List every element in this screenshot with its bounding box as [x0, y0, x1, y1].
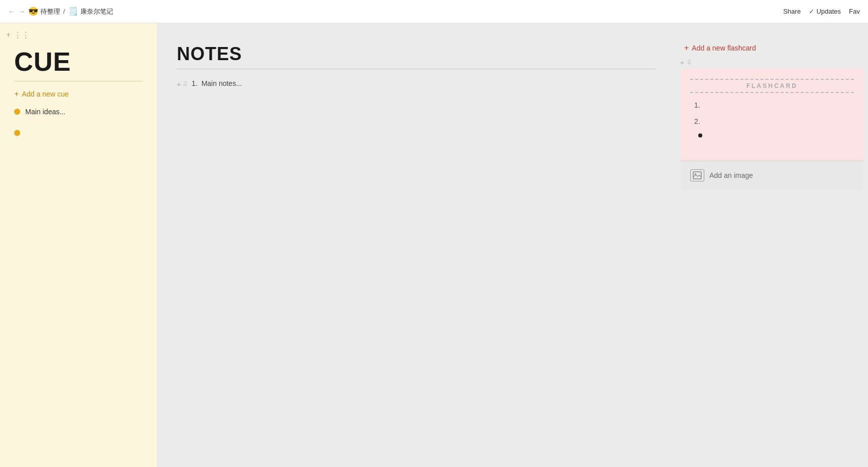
- breadcrumb-2-emoji: 🗒️: [68, 7, 78, 16]
- flashcard-item-1: 1.: [694, 97, 850, 113]
- cue-item-text[interactable]: Main ideas...: [25, 108, 65, 116]
- cue-toolbar: + ⋮⋮: [0, 23, 157, 41]
- cue-drag-icon[interactable]: ⋮⋮: [14, 30, 30, 40]
- list-item: [14, 130, 142, 136]
- note-row-icons: + ⠿: [177, 80, 187, 88]
- flashcard-item-1-num: 1.: [694, 101, 700, 109]
- flashcard-drag-icon[interactable]: ⠿: [687, 59, 692, 66]
- add-image-label: Add an image: [709, 171, 753, 179]
- breadcrumb-2-label: 康奈尔笔记: [80, 7, 113, 16]
- flashcard-bullet-icon: [698, 133, 702, 137]
- add-cue-button[interactable]: + Add a new cue: [0, 86, 157, 102]
- updates-label: Updates: [816, 8, 841, 15]
- add-cue-plus-icon: +: [14, 89, 19, 99]
- flashcard-content: 1. 2.: [690, 93, 854, 146]
- flashcard-header: FLASHCARD: [690, 79, 854, 93]
- cue-add-icon[interactable]: +: [6, 30, 11, 39]
- check-icon: ✓: [809, 8, 814, 15]
- notes-title: NOTES: [177, 43, 656, 65]
- cue-items-list: Main ideas...: [0, 102, 157, 140]
- forward-arrow[interactable]: →: [18, 8, 25, 16]
- note-item-text[interactable]: 1. Main notes...: [191, 79, 242, 87]
- add-image-area[interactable]: Add an image: [680, 161, 864, 190]
- note-drag-icon[interactable]: ⠿: [183, 81, 187, 88]
- topbar: ← → 😎 待整理 / 🗒️ 康奈尔笔记 Share ✓ Updates Fav: [0, 0, 868, 23]
- svg-rect-0: [693, 172, 701, 179]
- add-flashcard-button[interactable]: + Add a new flashcard: [676, 23, 868, 57]
- notes-header: NOTES: [157, 23, 676, 69]
- main-area: + ⋮⋮ CUE + Add a new cue Main ideas... N…: [0, 23, 868, 467]
- flashcard-card: FLASHCARD 1. 2.: [680, 69, 864, 161]
- back-arrow[interactable]: ←: [8, 8, 15, 16]
- flashcard-label: FLASHCARD: [690, 81, 854, 91]
- breadcrumb-1-emoji: 😎: [28, 7, 38, 16]
- cue-panel: + ⋮⋮ CUE + Add a new cue Main ideas...: [0, 23, 157, 467]
- add-flashcard-plus-icon: +: [684, 43, 689, 53]
- favorites-button[interactable]: Fav: [849, 8, 860, 15]
- flashcard-container: + ⠿ FLASHCARD 1. 2.: [680, 57, 864, 161]
- flashcard-dashed-bottom: [690, 92, 854, 93]
- add-flashcard-label: Add a new flashcard: [692, 44, 756, 52]
- breadcrumb-1-label: 待整理: [40, 7, 60, 16]
- flashcard-bullet-row: [694, 129, 850, 142]
- nav-area: ← → 😎 待整理 / 🗒️ 康奈尔笔记: [8, 7, 113, 16]
- topbar-actions: Share ✓ Updates Fav: [783, 8, 860, 15]
- cue-divider: [14, 81, 142, 81]
- notes-flashcard-area: NOTES + ⠿ 1. Main notes... + Add a new f…: [157, 23, 868, 467]
- updates-button[interactable]: ✓ Updates: [809, 8, 841, 15]
- svg-point-1: [695, 173, 696, 175]
- list-item: Main ideas...: [14, 106, 142, 118]
- flashcard-toolbar: + ⠿: [680, 57, 864, 69]
- image-icon: [690, 169, 704, 181]
- flashcard-add-icon[interactable]: +: [680, 59, 684, 67]
- flashcard-item-2-num: 2.: [694, 117, 700, 125]
- table-row: + ⠿ 1. Main notes...: [177, 77, 656, 90]
- breadcrumb-2[interactable]: 🗒️ 康奈尔笔记: [68, 7, 113, 16]
- cue-title: CUE: [0, 41, 157, 81]
- notes-section: NOTES + ⠿ 1. Main notes...: [157, 23, 676, 467]
- cue-bullet-icon: [14, 109, 20, 115]
- flashcard-dashed-top: [690, 79, 854, 80]
- flashcard-section: + Add a new flashcard + ⠿ FLASHCARD: [676, 23, 868, 467]
- breadcrumb-separator: /: [63, 8, 65, 15]
- breadcrumb-1[interactable]: 😎 待整理: [28, 7, 60, 16]
- add-cue-label: Add a new cue: [22, 90, 69, 98]
- cue-bullet-empty-icon: [14, 130, 20, 136]
- share-button[interactable]: Share: [783, 8, 801, 15]
- flashcard-item-2: 2.: [694, 113, 850, 129]
- notes-body: + ⠿ 1. Main notes...: [157, 69, 676, 467]
- note-add-icon[interactable]: +: [177, 80, 181, 88]
